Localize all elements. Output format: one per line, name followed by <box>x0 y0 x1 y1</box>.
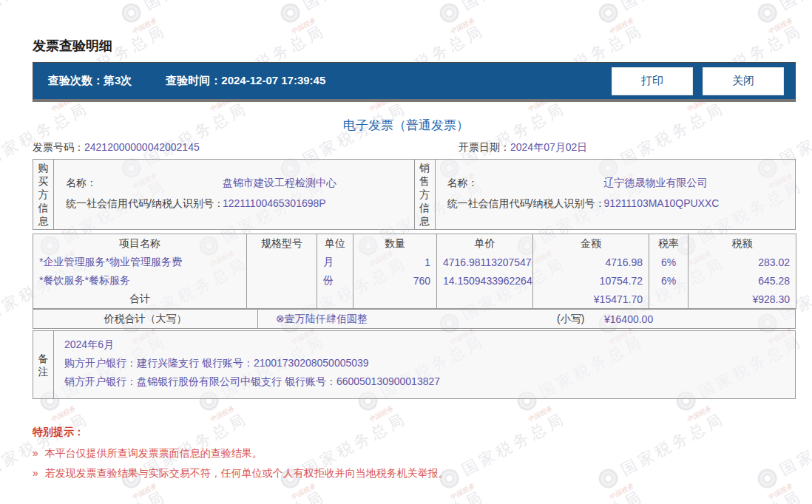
party-box: 购买方信息 名称：盘锦市建设工程检测中心 统一社会信用代码/纳税人识别号：122… <box>33 159 796 230</box>
col-amount: 金额 <box>533 234 649 253</box>
close-button[interactable]: 关闭 <box>703 67 784 95</box>
remarks-line: 2024年6月 <box>64 336 795 354</box>
print-button[interactable]: 打印 <box>612 67 693 95</box>
notice-item: »本平台仅提供所查询发票票面信息的查验结果。 <box>33 448 449 459</box>
bullet-icon: » <box>33 447 38 459</box>
buyer-name-label: 名称： <box>66 172 223 193</box>
remarks-box: 备注 2024年6月 购方开户银行：建行兴隆支行 银行账号：2100173020… <box>33 330 796 399</box>
col-price: 单价 <box>437 234 533 253</box>
buyer-taxid-value: 12211100465301698P <box>223 193 326 214</box>
check-time-value: 2024-12-07 17:39:45 <box>221 74 325 86</box>
items-total-amount: ¥15471.70 <box>533 290 649 309</box>
items-table: 项目名称 规格型号 单位 数量 单价 金额 税率 税额 *企业管理服务*物业管理… <box>33 234 796 309</box>
check-count: 查验次数：第3次 <box>48 74 132 88</box>
col-tax: 税额 <box>688 234 796 253</box>
col-spec: 规格型号 <box>247 234 317 253</box>
grand-total-label: 价税合计（大写） <box>33 310 258 328</box>
seller-side-label: 销售方信息 <box>415 160 436 229</box>
col-qty: 数量 <box>353 234 437 253</box>
seller-taxid-label: 统一社会信用代码/纳税人识别号： <box>447 193 604 214</box>
toolbar: 查验次数：第3次 查验时间：2024-12-07 17:39:45 打印 关闭 <box>33 62 796 102</box>
check-count-label: 查验次数： <box>48 74 104 86</box>
items-total-label: 合计 <box>33 290 247 309</box>
invoice-meta: 发票号码：24212000000042002145 开票日期：2024年07月0… <box>33 141 796 154</box>
remarks-line: 销方开户银行：盘锦银行股份有限公司中银支行 银行账号：6600501309000… <box>64 372 795 391</box>
notice-title: 特别提示： <box>33 426 449 439</box>
seller-taxid-value: 91211103MA10QPUXXC <box>604 193 720 214</box>
invoice-title: 电子发票（普通发票） <box>0 117 812 134</box>
remarks-side-label: 备注 <box>33 331 54 398</box>
grand-total-small-label: (小写) <box>557 313 584 326</box>
col-unit: 单位 <box>317 234 353 253</box>
check-time: 查验时间：2024-12-07 17:39:45 <box>166 74 325 88</box>
table-row: *餐饮服务*餐标服务 份 760 14.1509433962264 10754.… <box>33 272 796 290</box>
notice-item: »若发现发票查验结果与实际交易不符，任何单位或个人有权拒收并向当地税务机关举报。 <box>33 468 449 479</box>
bullet-icon: » <box>33 467 38 479</box>
col-tax-rate: 税率 <box>649 234 688 253</box>
seller-info: 销售方信息 名称：辽宁德晟物业有限公司 统一社会信用代码/纳税人识别号：9121… <box>414 160 796 229</box>
col-item-name: 项目名称 <box>33 234 247 253</box>
check-count-value: 第3次 <box>104 74 132 86</box>
invoice-date: 开票日期：2024年07月02日 <box>459 141 587 154</box>
seller-name-value: 辽宁德晟物业有限公司 <box>604 172 708 193</box>
grand-total-value: ¥16400.00 <box>604 313 653 325</box>
items-header-row: 项目名称 规格型号 单位 数量 单价 金额 税率 税额 <box>33 234 796 253</box>
buyer-name-value: 盘锦市建设工程检测中心 <box>223 172 336 193</box>
buyer-side-label: 购买方信息 <box>33 160 54 229</box>
page-title: 发票查验明细 <box>33 37 112 55</box>
seller-name-label: 名称： <box>447 172 604 193</box>
items-total-tax: ¥928.30 <box>688 290 796 309</box>
remarks-line: 购方开户银行：建行兴隆支行 银行账号：21001730208050005039 <box>64 354 795 372</box>
invoice-number: 发票号码：24212000000042002145 <box>33 141 200 153</box>
grand-total-words: ⊗壹万陆仟肆佰圆整 <box>276 313 368 326</box>
table-row: *企业管理服务*物业管理服务费 月 1 4716.98113207547 471… <box>33 253 796 272</box>
grand-total-row: 价税合计（大写） ⊗壹万陆仟肆佰圆整 (小写) ¥16400.00 <box>33 309 796 329</box>
check-time-label: 查验时间： <box>166 74 221 86</box>
special-notice: 特别提示： »本平台仅提供所查询发票票面信息的查验结果。 »若发现发票查验结果与… <box>33 426 449 479</box>
items-total-row: 合计 ¥15471.70 ¥928.30 <box>33 290 796 309</box>
invoice-verification-page: 中国税务国家税务总局中国税务国家税务总局中国税务国家税务总局中国税务国家税务总局… <box>0 0 812 504</box>
buyer-info: 购买方信息 名称：盘锦市建设工程检测中心 统一社会信用代码/纳税人识别号：122… <box>33 160 414 229</box>
buyer-taxid-label: 统一社会信用代码/纳税人识别号： <box>66 193 223 214</box>
